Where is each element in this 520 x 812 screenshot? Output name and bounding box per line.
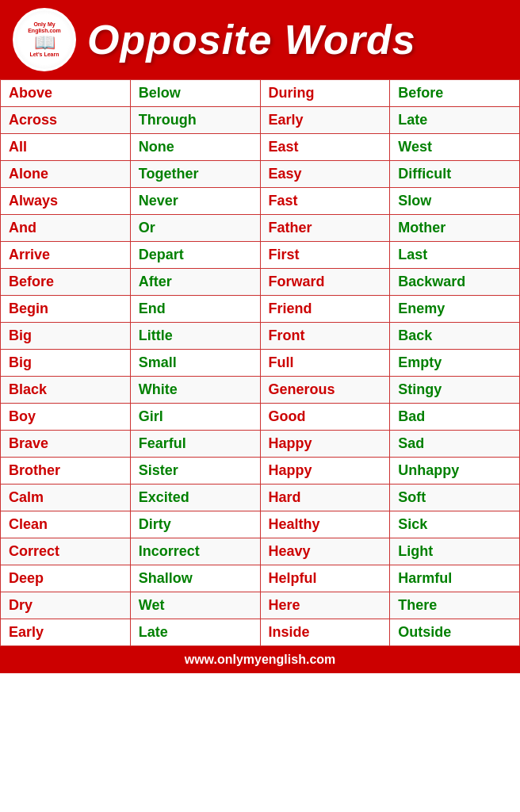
word-left-primary: Across bbox=[1, 107, 131, 134]
word-left-opposite: After bbox=[130, 269, 260, 296]
word-left-opposite: Shallow bbox=[130, 565, 260, 592]
word-right-opposite: Back bbox=[390, 323, 520, 350]
word-right-opposite: Backward bbox=[390, 269, 520, 296]
word-left-primary: Arrive bbox=[1, 242, 131, 269]
table-row: BraveFearfulHappySad bbox=[1, 431, 520, 458]
table-row: BrotherSisterHappyUnhappy bbox=[1, 458, 520, 485]
logo-book-icon: 📖 bbox=[34, 34, 55, 52]
word-left-primary: Alone bbox=[1, 161, 131, 188]
word-left-primary: Black bbox=[1, 377, 131, 404]
word-right-opposite: Unhappy bbox=[390, 458, 520, 485]
table-row: AboveBelowDuringBefore bbox=[1, 80, 520, 107]
word-left-primary: Early bbox=[1, 619, 131, 646]
table-row: AcrossThroughEarlyLate bbox=[1, 107, 520, 134]
table-row: CleanDirtyHealthySick bbox=[1, 511, 520, 538]
table-row: CorrectIncorrectHeavyLight bbox=[1, 538, 520, 565]
table-row: BeforeAfterForwardBackward bbox=[1, 269, 520, 296]
word-left-opposite: Fearful bbox=[130, 431, 260, 458]
word-right-opposite: Light bbox=[390, 538, 520, 565]
footer: www.onlymyenglish.com bbox=[0, 646, 520, 673]
table-row: DryWetHereThere bbox=[1, 592, 520, 619]
word-left-opposite: Incorrect bbox=[130, 538, 260, 565]
table-row: BigLittleFrontBack bbox=[1, 323, 520, 350]
page-title: Opposite Words bbox=[87, 16, 416, 63]
word-left-primary: Brother bbox=[1, 458, 131, 485]
word-left-primary: Above bbox=[1, 80, 131, 107]
word-left-opposite: White bbox=[130, 377, 260, 404]
word-left-opposite: Dirty bbox=[130, 511, 260, 538]
word-left-opposite: None bbox=[130, 134, 260, 161]
word-right-opposite: Outside bbox=[390, 619, 520, 646]
word-left-primary: Correct bbox=[1, 538, 131, 565]
table-container: AboveBelowDuringBeforeAcrossThroughEarly… bbox=[0, 79, 520, 646]
table-row: BlackWhiteGenerousStingy bbox=[1, 377, 520, 404]
word-left-opposite: Wet bbox=[130, 592, 260, 619]
word-right-primary: Fast bbox=[260, 188, 390, 215]
table-row: BeginEndFriendEnemy bbox=[1, 296, 520, 323]
logo-text-bottom: Let's Learn bbox=[29, 52, 59, 58]
word-left-primary: Big bbox=[1, 323, 131, 350]
word-right-opposite: Mother bbox=[390, 215, 520, 242]
word-right-primary: First bbox=[260, 242, 390, 269]
word-right-primary: Early bbox=[260, 107, 390, 134]
word-right-primary: Healthy bbox=[260, 511, 390, 538]
table-row: CalmExcitedHardSoft bbox=[1, 485, 520, 511]
word-right-primary: Here bbox=[260, 592, 390, 619]
word-left-opposite: Excited bbox=[130, 485, 260, 511]
word-left-opposite: Through bbox=[130, 107, 260, 134]
table-row: AndOrFatherMother bbox=[1, 215, 520, 242]
word-right-opposite: Difficult bbox=[390, 161, 520, 188]
word-right-opposite: Sick bbox=[390, 511, 520, 538]
word-right-primary: Happy bbox=[260, 458, 390, 485]
logo: Only MyEnglish.com 📖 Let's Learn bbox=[13, 8, 76, 71]
footer-url: www.onlymyenglish.com bbox=[185, 653, 336, 666]
word-right-primary: Good bbox=[260, 404, 390, 431]
table-row: AlwaysNeverFastSlow bbox=[1, 188, 520, 215]
table-row: EarlyLateInsideOutside bbox=[1, 619, 520, 646]
word-right-primary: Full bbox=[260, 350, 390, 377]
word-left-primary: All bbox=[1, 134, 131, 161]
word-left-opposite: Or bbox=[130, 215, 260, 242]
word-right-primary: Hard bbox=[260, 485, 390, 511]
word-right-primary: Heavy bbox=[260, 538, 390, 565]
word-left-primary: Calm bbox=[1, 485, 131, 511]
table-row: ArriveDepartFirstLast bbox=[1, 242, 520, 269]
word-right-opposite: Enemy bbox=[390, 296, 520, 323]
word-left-primary: And bbox=[1, 215, 131, 242]
word-left-primary: Big bbox=[1, 350, 131, 377]
word-left-opposite: Depart bbox=[130, 242, 260, 269]
word-left-opposite: Never bbox=[130, 188, 260, 215]
word-left-primary: Before bbox=[1, 269, 131, 296]
word-right-primary: Friend bbox=[260, 296, 390, 323]
word-right-primary: Happy bbox=[260, 431, 390, 458]
word-right-opposite: Before bbox=[390, 80, 520, 107]
word-right-opposite: There bbox=[390, 592, 520, 619]
word-left-opposite: Girl bbox=[130, 404, 260, 431]
word-left-primary: Boy bbox=[1, 404, 131, 431]
word-right-primary: Inside bbox=[260, 619, 390, 646]
word-left-opposite: Small bbox=[130, 350, 260, 377]
word-left-primary: Brave bbox=[1, 431, 131, 458]
word-right-opposite: Sad bbox=[390, 431, 520, 458]
word-left-opposite: Below bbox=[130, 80, 260, 107]
table-row: AloneTogetherEasyDifficult bbox=[1, 161, 520, 188]
word-right-opposite: Stingy bbox=[390, 377, 520, 404]
word-left-primary: Dry bbox=[1, 592, 131, 619]
header: Only MyEnglish.com 📖 Let's Learn Opposit… bbox=[0, 0, 520, 79]
word-right-primary: East bbox=[260, 134, 390, 161]
word-right-opposite: Soft bbox=[390, 485, 520, 511]
word-left-primary: Clean bbox=[1, 511, 131, 538]
word-right-opposite: Slow bbox=[390, 188, 520, 215]
word-left-opposite: Together bbox=[130, 161, 260, 188]
opposite-words-table: AboveBelowDuringBeforeAcrossThroughEarly… bbox=[0, 79, 520, 646]
word-right-primary: Forward bbox=[260, 269, 390, 296]
word-left-opposite: Sister bbox=[130, 458, 260, 485]
word-left-opposite: Little bbox=[130, 323, 260, 350]
word-right-primary: Front bbox=[260, 323, 390, 350]
word-left-primary: Deep bbox=[1, 565, 131, 592]
word-right-primary: Helpful bbox=[260, 565, 390, 592]
word-right-primary: Father bbox=[260, 215, 390, 242]
table-row: BigSmallFullEmpty bbox=[1, 350, 520, 377]
word-left-primary: Begin bbox=[1, 296, 131, 323]
word-right-primary: Easy bbox=[260, 161, 390, 188]
